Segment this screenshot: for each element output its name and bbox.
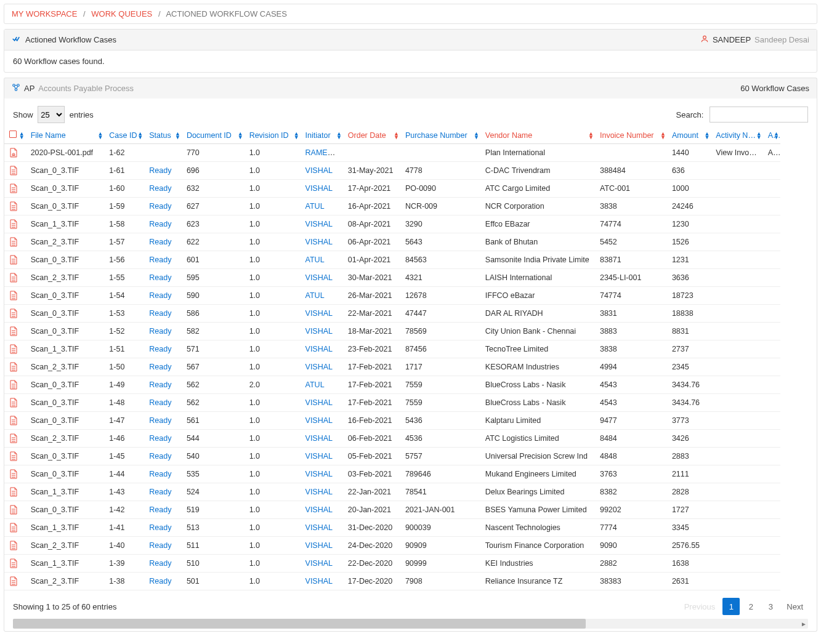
status-link[interactable]: Ready xyxy=(149,273,171,282)
table-row[interactable]: Scan_0_3.TIF1-53Ready5861.0VISHAL22-Mar-… xyxy=(4,305,780,323)
initiator-link[interactable]: VISHAL xyxy=(305,470,333,478)
initiator-link[interactable]: VISHAL xyxy=(305,505,333,514)
column-header-icon[interactable]: ▲▼ xyxy=(4,127,26,144)
initiator-link[interactable]: VISHAL xyxy=(305,345,333,353)
initiator-link[interactable]: VISHAL xyxy=(305,416,333,425)
initiator-link[interactable]: ATUL xyxy=(305,380,325,389)
column-header-purchase_number[interactable]: Purchase Number▲▼ xyxy=(400,127,480,144)
initiator-link[interactable]: VISHAL xyxy=(305,309,333,318)
horizontal-scrollbar[interactable]: ◄ ► xyxy=(13,619,808,629)
pager-next[interactable]: Next xyxy=(782,598,808,615)
status-link[interactable]: Ready xyxy=(149,166,171,175)
pager-page-3[interactable]: 3 xyxy=(762,598,779,615)
initiator-link[interactable]: VISHAL xyxy=(305,523,333,532)
status-link[interactable]: Ready xyxy=(149,505,171,514)
column-header-order_date[interactable]: Order Date▲▼ xyxy=(343,127,400,144)
crumb-queues[interactable]: WORK QUEUES xyxy=(91,9,152,18)
initiator-link[interactable]: ATUL xyxy=(305,202,325,211)
status-link[interactable]: Ready xyxy=(149,452,171,461)
initiator-link[interactable]: ATUL xyxy=(305,256,325,264)
status-link[interactable]: Ready xyxy=(149,488,171,496)
column-header-file_name[interactable]: File Name▲▼ xyxy=(26,127,105,144)
table-row[interactable]: Scan_0_3.TIF1-59Ready6271.0ATUL16-Apr-20… xyxy=(4,198,780,215)
table-row[interactable]: Scan_0_3.TIF1-49Ready5622.0ATUL17-Feb-20… xyxy=(4,376,780,394)
status-link[interactable]: Ready xyxy=(149,327,171,336)
scroll-right-arrow[interactable]: ► xyxy=(799,619,808,629)
table-row[interactable]: Scan_0_3.TIF1-54Ready5901.0ATUL26-Mar-20… xyxy=(4,287,780,305)
status-link[interactable]: Ready xyxy=(149,309,171,318)
column-header-invoice_number[interactable]: Invoice Number▲▼ xyxy=(595,127,667,144)
table-row[interactable]: Scan_0_3.TIF1-44Ready5351.0VISHAL03-Feb-… xyxy=(4,465,780,483)
table-row[interactable]: Scan_0_3.TIF1-48Ready5621.0VISHAL17-Feb-… xyxy=(4,394,780,412)
table-row[interactable]: Scan_2_3.TIF1-38Ready5011.0VISHAL17-Dec-… xyxy=(4,573,780,590)
status-link[interactable]: Ready xyxy=(149,470,171,478)
table-row[interactable]: Scan_1_3.TIF1-39Ready5101.0VISHAL22-Dec-… xyxy=(4,555,780,573)
status-link[interactable]: Ready xyxy=(149,363,171,371)
status-link[interactable]: Ready xyxy=(149,541,171,550)
status-link[interactable]: Ready xyxy=(149,398,171,407)
table-row[interactable]: Scan_1_3.TIF1-58Ready6231.0VISHAL08-Apr-… xyxy=(4,215,780,233)
status-link[interactable]: Ready xyxy=(149,577,171,586)
status-link[interactable]: Ready xyxy=(149,184,171,193)
table-row[interactable]: Scan_0_3.TIF1-52Ready5821.0VISHAL18-Mar-… xyxy=(4,323,780,340)
column-header-case_id[interactable]: Case ID▲▼ xyxy=(104,127,144,144)
table-row[interactable]: Scan_2_3.TIF1-55Ready5951.0VISHAL30-Mar-… xyxy=(4,269,780,287)
pager-page-1[interactable]: 1 xyxy=(722,598,740,615)
status-link[interactable]: Ready xyxy=(149,238,171,246)
column-header-assigned[interactable]: As▲▼ xyxy=(763,127,780,144)
table-row[interactable]: Scan_0_3.TIF1-47Ready5611.0VISHAL16-Feb-… xyxy=(4,412,780,430)
status-link[interactable]: Ready xyxy=(149,523,171,532)
initiator-link[interactable]: VISHAL xyxy=(305,559,333,568)
initiator-link[interactable]: ATUL xyxy=(305,291,325,300)
table-row[interactable]: Scan_0_3.TIF1-60Ready6321.0VISHAL17-Apr-… xyxy=(4,180,780,198)
initiator-link[interactable]: VISHAL xyxy=(305,220,333,228)
page-size-select[interactable]: 102550100 xyxy=(38,106,65,123)
initiator-link[interactable]: VISHAL xyxy=(305,434,333,443)
pager-page-2[interactable]: 2 xyxy=(742,598,759,615)
status-link[interactable]: Ready xyxy=(149,559,171,568)
search-input[interactable] xyxy=(710,107,808,123)
initiator-link[interactable]: VISHAL xyxy=(305,488,333,496)
select-all-checkbox[interactable] xyxy=(9,131,17,138)
column-header-document_id[interactable]: Document ID▲▼ xyxy=(182,127,245,144)
status-link[interactable]: Ready xyxy=(149,256,171,264)
column-header-status[interactable]: Status▲▼ xyxy=(144,127,182,144)
initiator-link[interactable]: VISHAL xyxy=(305,398,333,407)
initiator-link[interactable]: VISHAL xyxy=(305,577,333,586)
crumb-workspace[interactable]: MY WORKSPACE xyxy=(12,9,77,18)
table-row[interactable]: Scan_1_3.TIF1-43Ready5241.0VISHAL22-Jan-… xyxy=(4,483,780,501)
initiator-link[interactable]: RAMESH xyxy=(305,148,338,157)
table-row[interactable]: Scan_1_3.TIF1-41Ready5131.0VISHAL31-Dec-… xyxy=(4,519,780,537)
table-row[interactable]: Scan_2_3.TIF1-57Ready6221.0VISHAL06-Apr-… xyxy=(4,233,780,251)
status-link[interactable]: Ready xyxy=(149,202,171,211)
status-link[interactable]: Ready xyxy=(149,380,171,389)
status-link[interactable]: Ready xyxy=(149,434,171,443)
table-row[interactable]: Scan_2_3.TIF1-46Ready5441.0VISHAL06-Feb-… xyxy=(4,430,780,448)
column-header-vendor_name[interactable]: Vendor Name▲▼ xyxy=(480,127,595,144)
column-header-revision_id[interactable]: Revision ID▲▼ xyxy=(245,127,301,144)
table-row[interactable]: Scan_0_3.TIF1-61Ready6961.0VISHAL31-May-… xyxy=(4,162,780,180)
initiator-link[interactable]: VISHAL xyxy=(305,184,333,193)
column-header-initiator[interactable]: Initiator▲▼ xyxy=(301,127,343,144)
initiator-link[interactable]: VISHAL xyxy=(305,327,333,336)
status-link[interactable]: Ready xyxy=(149,291,171,300)
table-row[interactable]: Scan_1_3.TIF1-51Ready5711.0VISHAL23-Feb-… xyxy=(4,340,780,358)
status-link[interactable]: Ready xyxy=(149,416,171,425)
column-header-activity_name[interactable]: Activity Name▲▼ xyxy=(711,127,762,144)
table-row[interactable]: Scan_0_3.TIF1-45Ready5401.0VISHAL05-Feb-… xyxy=(4,448,780,465)
initiator-link[interactable]: VISHAL xyxy=(305,363,333,371)
table-row[interactable]: Scan_2_3.TIF1-40Ready5111.0VISHAL24-Dec-… xyxy=(4,537,780,555)
column-header-amount[interactable]: Amount▲▼ xyxy=(667,127,711,144)
table-row[interactable]: 2020-PSL-001.pdf1-627701.0RAMESHPlan Int… xyxy=(4,144,780,162)
initiator-link[interactable]: VISHAL xyxy=(305,541,333,550)
status-link[interactable]: Ready xyxy=(149,220,171,228)
status-link[interactable]: Ready xyxy=(149,345,171,353)
initiator-link[interactable]: VISHAL xyxy=(305,452,333,461)
table-row[interactable]: Scan_2_3.TIF1-50Ready5671.0VISHAL17-Feb-… xyxy=(4,358,780,376)
table-row[interactable]: Scan_0_3.TIF1-42Ready5191.0VISHAL20-Jan-… xyxy=(4,501,780,519)
initiator-link[interactable]: VISHAL xyxy=(305,273,333,282)
initiator-link[interactable]: VISHAL xyxy=(305,166,333,175)
initiator-link[interactable]: VISHAL xyxy=(305,238,333,246)
scroll-thumb[interactable] xyxy=(13,619,586,629)
table-row[interactable]: Scan_0_3.TIF1-56Ready6011.0ATUL01-Apr-20… xyxy=(4,251,780,269)
